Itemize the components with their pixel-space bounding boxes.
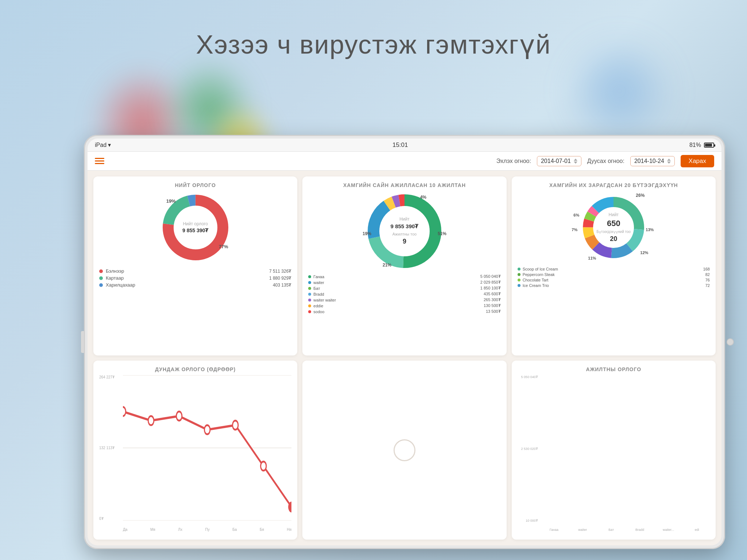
emp-name-3: Bradd [313,292,324,296]
card2-center-count: 9 [391,237,419,246]
placeholder-circle [394,439,415,461]
ipad-label: iPad ▾ [95,141,111,148]
page-title: Хэзээ ч вирустэж гэмтэхгүй [0,29,747,60]
battery-fill [705,144,712,147]
card1-center-label: Нийт орлого [182,221,208,227]
emp-val-4: 265 300₮ [484,298,501,302]
card6-chart-area: 5 050 040₮ 2 530 020₮ 10 000₮ [518,375,710,532]
prod-row-3: Ice Cream Trio 72 [518,283,710,288]
start-date-up-arrow [574,159,577,161]
toolbar: Эхлэх огноо: 2014-07-01 Дуусах огноо: 20… [88,152,721,171]
prod-val-2: 76 [705,278,710,282]
bar-label-0: Ганаа [541,528,567,532]
card-avg-daily: Дундаж орлого (Өдрөөр) 264 227₮ 132 113₮… [93,361,297,540]
emp-row-2: Бат 1 850 100₮ [308,286,500,291]
battery-icon [704,143,714,148]
card-placeholder [302,361,506,540]
emp-name-0: Ганаа [313,275,324,279]
svg-point-28 [289,502,292,512]
svg-point-27 [261,462,266,471]
emp-val-5: 130 500₮ [484,303,501,308]
svg-point-22 [123,407,126,416]
end-date-stepper[interactable] [667,159,671,164]
status-right: 81% [689,142,714,148]
card2-pct-right: 51% [438,231,446,236]
emp-dot-3 [308,293,311,296]
card6-y-labels: 5 050 040₮ 2 530 020₮ 10 000₮ [518,375,539,522]
x-label-pu: Пу [205,528,209,532]
card2-pct-left: 19% [363,231,371,236]
emp-row-6: sodoo 13 500₮ [308,309,500,314]
svg-point-25 [204,425,210,434]
prod-name-3: Ice Cream Trio [523,283,549,288]
end-date-up-arrow [667,159,671,161]
emp-val-6: 13 500₮ [486,309,501,314]
card4-chart-area: 264 227₮ 132 113₮ 0₮ [99,375,291,532]
prod-val-1: 82 [705,272,710,277]
card6-x-labels: Ганаа waiter Бат Bradd waiter... edi [541,528,710,532]
bar-y-top: 5 050 040₮ [518,375,538,379]
start-date-input[interactable]: 2014-07-01 [537,156,581,166]
bar-label-3: Bradd [627,528,653,532]
legend-dot-card [99,276,103,280]
card2-pct-bottom: 21% [383,262,391,268]
end-date-input[interactable]: 2014-10-24 [630,156,675,166]
prod-row-2: Chocolate Tart 76 [518,278,710,282]
status-left: iPad ▾ [95,141,111,148]
prod-dot-1 [518,273,520,276]
card-top-products: ХАМГИЙН ИХ ЗАРАГДСАН 20 БҮТЭЭГДЭХҮҮН [512,176,716,355]
start-date-value: 2014-07-01 [541,158,571,164]
x-label-ma: Мя [150,528,155,532]
x-label-bya: Бя [260,528,264,532]
y-label-mid: 132 113₮ [99,446,123,450]
legend-label-transfer: Харилцахаар [106,282,135,288]
bar-y-bot: 10 000₮ [518,519,538,522]
card3-center-sub-value: 20 [597,234,631,243]
x-label-ba: Ба [232,528,237,532]
prod-val-0: 168 [703,267,710,271]
legend-dot-cash [99,269,103,273]
card3-center-total: 650 [597,218,631,229]
emp-name-6: sodoo [313,310,324,314]
end-date-label: Дуусах огноо: [587,158,624,164]
card1-donut: Нийт орлого 9 855 390₮ 19% 77% [159,191,232,264]
card4-line-svg [123,375,291,521]
card1-pct-green: 19% [166,198,176,204]
card2-center-total: 9 855 390₮ [391,222,419,230]
svg-point-26 [233,421,238,430]
bar-label-5: edi [684,528,710,532]
emp-name-1: waiter [313,280,324,285]
card6-title: Ажилтны орлого [518,366,710,372]
prod-val-3: 72 [705,283,710,288]
card-total-income: НИЙТ ОРЛОГО Нийт орлого [93,176,297,355]
emp-name-4: waiter waiter [313,298,336,302]
prod-dot-3 [518,284,520,287]
legend-item-cash: Бэлнээр 7 511 326₮ [99,268,291,274]
view-button[interactable]: Харах [681,155,714,167]
ipad-screen: iPad ▾ 15:01 81% Эхлэх огноо: 2014-07-01 [88,139,721,545]
card1-donut-container: Нийт орлого 9 855 390₮ 19% 77% Бэлнээр 7… [99,191,291,355]
emp-row-5: eddie 130 500₮ [308,303,500,308]
status-time: 15:01 [392,141,408,149]
legend-val-card: 1 880 929₮ [269,276,291,281]
emp-name-5: eddie [313,304,323,308]
status-bar: iPad ▾ 15:01 81% [88,139,721,152]
emp-dot-0 [308,275,311,278]
card-employee-income: Ажилтны орлого 5 050 040₮ 2 530 020₮ 10 … [512,361,716,540]
card3-center: Нийт 650 Бүтээгдэхүүний тоо 20 [597,212,631,244]
prod-row-0: Scoop of Ice Cream 168 [518,267,710,271]
y-label-bot: 0₮ [99,517,123,521]
card4-x-labels: Да Мя Лх Пу Ба Бя Ня [123,528,291,532]
card1-legend: Бэлнээр 7 511 326₮ Картаар 1 880 929₮ Ха… [99,268,291,289]
hamburger-menu-button[interactable] [95,158,104,164]
card3-pct-green: 26% [636,193,645,198]
prod-name-0: Scoop of Ice Cream [523,267,558,271]
end-date-down-arrow [667,162,671,164]
card3-pct-purple: 11% [588,256,596,260]
legend-item-transfer: Харилцахаар 403 135₮ [99,282,291,288]
start-date-stepper[interactable] [574,159,577,164]
emp-dot-1 [308,281,311,284]
employee-list: Ганаа 5 050 040₮ waiter 2 029 850₮ Бат 1… [308,274,500,315]
bar-label-4: waiter... [655,528,681,532]
card3-center-sub-label: Бүтээгдэхүүний тоо [597,229,631,234]
